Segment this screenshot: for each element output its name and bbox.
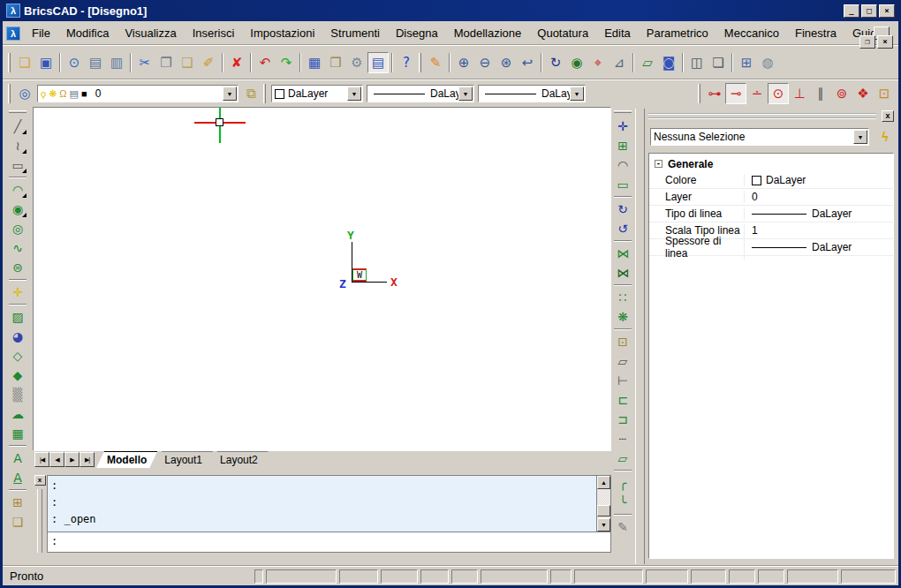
mirror-button[interactable]: ⋈ (613, 244, 633, 263)
ucs-button[interactable]: ⌖ (587, 52, 609, 73)
polyline-button[interactable]: ≀ (8, 136, 28, 155)
status-cell[interactable] (420, 569, 449, 584)
scale-button[interactable]: ⊡ (613, 332, 633, 351)
donut-button[interactable]: ◎ (8, 219, 28, 238)
layer-combobox[interactable]: ϙ❋Ω▤■ 0 ▼ (37, 85, 238, 102)
status-cell[interactable] (758, 569, 784, 584)
scroll-thumb[interactable] (597, 505, 610, 516)
stretch-button[interactable]: ▭ (613, 175, 633, 194)
status-cell[interactable] (841, 569, 896, 584)
circle-button[interactable]: ◉ (8, 200, 28, 219)
look-from-button[interactable]: ◉ (566, 52, 587, 73)
scroll-down-icon[interactable]: ▼ (597, 518, 610, 531)
snap-endpoint-button[interactable]: ⊸ (725, 83, 746, 104)
document-icon[interactable]: λ (6, 26, 20, 41)
property-row-layer[interactable]: Layer 0 (649, 189, 893, 206)
lineweight-combobox[interactable]: DaLayer ▼ (478, 85, 586, 102)
mdi-restore-button[interactable]: ❐ (859, 35, 875, 49)
layout-tab[interactable]: Modello (96, 451, 157, 468)
command-grip[interactable] (37, 489, 42, 553)
zoom-in-button[interactable]: ⊕ (453, 52, 474, 73)
property-row-spessore-di-linea[interactable]: Spessore di linea DaLayer (649, 239, 893, 256)
gradient-button[interactable]: ◕ (8, 327, 28, 346)
tab-next-button[interactable]: ▶ (64, 452, 80, 467)
status-cell[interactable] (691, 569, 726, 584)
break-button[interactable]: ⊐ (613, 410, 633, 429)
quick-select-icon[interactable]: ϟ (876, 128, 894, 146)
menu-item[interactable]: Inserisci (185, 23, 243, 43)
extend-button[interactable]: ⊢ (613, 371, 633, 390)
zoom-extents-button[interactable]: ⊛ (496, 52, 517, 73)
command-input[interactable]: : (48, 532, 610, 550)
text-button[interactable]: A (8, 449, 28, 468)
menu-item[interactable]: Quotatura (529, 23, 596, 43)
layout-tab[interactable]: Layout2 (209, 451, 269, 468)
array-polar-button[interactable]: ❋ (613, 307, 633, 327)
drawing-explorer-button[interactable]: ▦ (304, 52, 325, 73)
panel-close-button[interactable]: x (882, 110, 894, 122)
explode-button[interactable]: ▱ (613, 449, 633, 468)
array-button[interactable]: ∷ (613, 288, 633, 307)
command-scrollbar[interactable]: ▲ ▼ (596, 476, 610, 531)
point-button[interactable]: ✛ (8, 283, 28, 302)
hatch-button[interactable]: ▨ (8, 307, 28, 327)
scroll-track[interactable] (597, 489, 610, 518)
collapse-icon[interactable]: - (655, 160, 662, 168)
tile-windows-button[interactable]: ◫ (686, 52, 708, 73)
menu-item[interactable]: Impostazioni (242, 23, 322, 43)
wipeout-button[interactable]: ▒ (8, 385, 28, 404)
insert-block-button[interactable]: ⊞ (8, 493, 28, 512)
drawing-canvas[interactable]: Y W X Z (33, 107, 611, 451)
break-at-point-button[interactable]: ⊏ (613, 390, 633, 410)
menu-item[interactable]: Finestra (787, 23, 844, 43)
match-properties-button[interactable]: ✐ (198, 52, 219, 73)
status-cell[interactable] (574, 569, 643, 584)
sheet-set-button[interactable]: ❒ (325, 52, 346, 73)
snap-tangent-button[interactable]: ⊚ (831, 83, 852, 104)
menu-item[interactable]: Meccanico (716, 23, 787, 43)
status-cell[interactable] (729, 569, 755, 584)
layout-tab[interactable]: Layout1 (154, 451, 213, 468)
print-preview-button[interactable]: ⊙ (64, 52, 85, 73)
snap-nearest-button[interactable]: ⊶ (704, 83, 725, 104)
open-button[interactable]: ❏ (14, 52, 35, 73)
undo-button[interactable]: ↶ (254, 52, 276, 73)
selection-combobox[interactable]: Nessuna Selezione ▼ (650, 128, 869, 146)
snap-parallel-button[interactable]: ∥ (810, 83, 831, 104)
status-cell[interactable] (481, 569, 548, 584)
section-header-generale[interactable]: - Generale (649, 155, 893, 172)
delete-button[interactable]: ✘ (226, 52, 247, 73)
color-combobox[interactable]: DaLayer ▼ (271, 85, 363, 102)
dropdown-arrow-icon[interactable]: ▼ (853, 130, 867, 144)
ellipse-button[interactable]: ⊜ (8, 258, 28, 277)
line-button[interactable]: ╱ (8, 117, 28, 136)
help-button[interactable]: ? (396, 52, 417, 73)
layer-explorer-button[interactable]: ◎ (14, 83, 35, 104)
rotate-button[interactable]: ↻ (613, 200, 633, 219)
chamfer-button[interactable]: ╰ (613, 493, 633, 512)
snap-insertion-button[interactable]: ⊡ (874, 83, 895, 104)
sketch-button[interactable]: ✎ (613, 517, 633, 537)
zoom-out-button[interactable]: ⊖ (474, 52, 496, 73)
visual-styles-button[interactable]: ▱ (637, 52, 658, 73)
cut-button[interactable]: ✂ (134, 52, 155, 73)
tab-prev-button[interactable]: ◀ (49, 452, 64, 467)
settings-button[interactable]: ⚙ (346, 52, 367, 73)
minimize-button[interactable]: _ (844, 4, 859, 18)
zoom-previous-button[interactable]: ↩ (517, 52, 538, 73)
paste-button[interactable]: ❑ (177, 52, 198, 73)
menu-item[interactable]: File (24, 23, 58, 43)
status-cell[interactable] (381, 569, 418, 584)
attach-button[interactable]: ❏ (8, 512, 28, 531)
mtext-button[interactable]: A (8, 468, 28, 487)
render-button[interactable]: ◙ (658, 52, 679, 73)
snap-quadrant-button[interactable]: ❖ (852, 83, 874, 104)
panel-sash[interactable] (635, 109, 645, 564)
command-close-button[interactable]: x (34, 475, 46, 486)
revision-cloud-button[interactable]: ☁ (8, 404, 28, 424)
menu-item[interactable]: Modifica (58, 23, 117, 43)
scroll-up-icon[interactable]: ▲ (597, 476, 610, 489)
property-row-tipo-di-linea[interactable]: Tipo di linea DaLayer (649, 206, 893, 222)
panel-grab-bar[interactable] (648, 113, 876, 119)
copy-entities-button[interactable]: ⊞ (613, 136, 633, 155)
